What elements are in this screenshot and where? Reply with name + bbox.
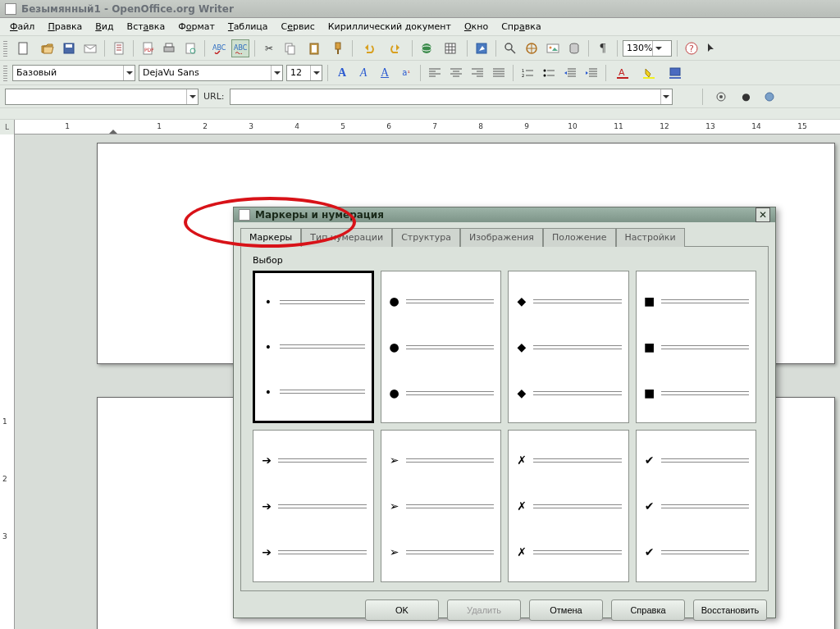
data-sources-button[interactable]	[565, 39, 583, 57]
svg-text:?: ?	[689, 43, 694, 54]
tab-options[interactable]: Настройки	[616, 228, 685, 247]
autospellcheck-button[interactable]: ABC	[231, 39, 249, 57]
ok-button[interactable]: OK	[365, 599, 439, 621]
help-button[interactable]: ?	[682, 39, 701, 57]
italic-button[interactable]: A	[354, 64, 372, 82]
menu-edit[interactable]: Правка	[43, 20, 87, 34]
cut-button[interactable]: ✂	[260, 39, 278, 57]
bullet-option-6[interactable]: ✗✗✗	[508, 430, 629, 582]
menu-tools[interactable]: Сервис	[276, 20, 320, 34]
bullet-option-4[interactable]: ➔➔➔	[253, 430, 374, 582]
gallery-button[interactable]	[544, 39, 562, 57]
font-name-combo[interactable]: DejaVu Sans	[139, 65, 283, 81]
undo-button[interactable]	[358, 39, 381, 57]
menu-cyrillic[interactable]: Кириллический документ	[323, 20, 456, 34]
new-button[interactable]	[12, 39, 35, 57]
tab-outline[interactable]: Структура	[392, 228, 460, 247]
menu-table[interactable]: Таблица	[223, 20, 273, 34]
selection-label: Выбор	[253, 255, 756, 266]
tab-bullets[interactable]: Маркеры	[240, 228, 301, 247]
bullet-icon: ■	[643, 386, 656, 399]
save-button[interactable]	[60, 39, 78, 57]
redo-button[interactable]	[384, 39, 407, 57]
bullet-option-0[interactable]: •••	[253, 271, 374, 423]
toolbar-grip[interactable]	[3, 40, 7, 57]
bullet-icon: ➔	[260, 545, 273, 558]
url-stop-button[interactable]: ●	[737, 88, 756, 106]
spellcheck-button[interactable]: ABC	[210, 39, 228, 57]
show-draw-button[interactable]	[472, 39, 491, 57]
dialog-titlebar[interactable]: Маркеры и нумерация ✕	[234, 207, 775, 222]
font-color-button[interactable]: A	[611, 64, 634, 82]
ruler-corner: L	[0, 120, 15, 134]
bullet-option-7[interactable]: ✔✔✔	[636, 430, 757, 582]
svg-rect-2	[66, 44, 72, 48]
bullet-icon: ✔	[643, 499, 656, 513]
delete-button: Удалить	[447, 599, 521, 621]
email-button[interactable]	[81, 39, 99, 57]
print-button[interactable]	[160, 39, 178, 57]
svg-rect-8	[166, 43, 172, 47]
copy-button[interactable]	[281, 39, 299, 57]
superscript-button[interactable]: a¹	[397, 64, 415, 82]
target-button[interactable]	[710, 88, 733, 106]
open-button[interactable]	[39, 39, 57, 57]
navigator-button[interactable]	[523, 39, 541, 57]
insert-table-button[interactable]	[439, 39, 462, 57]
hyperlink-button[interactable]	[418, 39, 436, 57]
decrease-indent-button[interactable]	[561, 64, 579, 82]
paste-button[interactable]	[303, 39, 326, 57]
dropdown-arrow-icon[interactable]	[123, 66, 135, 80]
export-pdf-button[interactable]: PDF	[139, 39, 157, 57]
align-center-button[interactable]	[447, 64, 465, 82]
menu-help[interactable]: Справка	[496, 20, 546, 34]
tab-graphics[interactable]: Изображения	[460, 228, 543, 247]
paragraph-style-combo[interactable]: Базовый	[12, 65, 135, 81]
nonprinting-button[interactable]: ¶	[594, 39, 612, 57]
horizontal-ruler[interactable]: 112345678910111213141516	[15, 120, 840, 134]
url-apply-button[interactable]	[678, 88, 696, 106]
find-button[interactable]	[501, 39, 519, 57]
underline-button[interactable]: A	[376, 64, 394, 82]
print-preview-button[interactable]	[181, 39, 199, 57]
background-color-button[interactable]	[664, 64, 687, 82]
url-input[interactable]	[230, 89, 673, 105]
bullet-grid: •••●●●◆◆◆■■■➔➔➔➢➢➢✗✗✗✔✔✔	[253, 271, 756, 582]
format-paintbrush-button[interactable]	[329, 39, 347, 57]
font-size-combo[interactable]: 12	[286, 65, 322, 81]
dropdown-arrow-icon[interactable]	[271, 66, 282, 80]
bullet-option-2[interactable]: ◆◆◆	[508, 271, 629, 423]
dropdown-arrow-icon[interactable]	[310, 66, 322, 80]
highlight-button[interactable]	[637, 64, 660, 82]
toolbar-grip[interactable]	[3, 65, 7, 81]
align-right-button[interactable]	[468, 64, 486, 82]
dropdown-arrow-icon[interactable]	[652, 41, 664, 56]
menu-window[interactable]: Окно	[459, 20, 493, 34]
increase-indent-button[interactable]	[582, 64, 600, 82]
url-combo-left[interactable]	[5, 89, 199, 105]
bullet-option-3[interactable]: ■■■	[636, 271, 757, 423]
tab-position[interactable]: Положение	[543, 228, 616, 247]
edit-doc-button[interactable]	[110, 39, 128, 57]
close-button[interactable]: ✕	[756, 207, 770, 222]
bold-button[interactable]: A	[333, 64, 351, 82]
menu-insert[interactable]: Вставка	[122, 20, 171, 34]
bullet-option-5[interactable]: ➢➢➢	[381, 430, 502, 582]
vertical-ruler[interactable]: 123	[0, 134, 15, 629]
zoom-combo[interactable]: 130%	[623, 40, 672, 57]
align-left-button[interactable]	[426, 64, 444, 82]
align-justify-button[interactable]	[490, 64, 508, 82]
help-button[interactable]: Справка	[611, 599, 685, 621]
whats-this-button[interactable]	[704, 39, 722, 57]
url-reload-button[interactable]	[760, 88, 778, 106]
bullet-list-button[interactable]	[540, 64, 558, 82]
menu-format[interactable]: Формат	[173, 20, 220, 34]
tab-numbering-type[interactable]: Тип нумерации	[301, 228, 392, 247]
menu-view[interactable]: Вид	[90, 20, 118, 34]
menu-file[interactable]: Файл	[5, 20, 39, 34]
cancel-button[interactable]: Отмена	[529, 599, 603, 621]
numbered-list-button[interactable]: 12	[518, 64, 536, 82]
restore-button[interactable]: Восстановить	[693, 599, 767, 621]
bullet-icon: ●	[388, 386, 401, 399]
bullet-option-1[interactable]: ●●●	[381, 271, 502, 423]
